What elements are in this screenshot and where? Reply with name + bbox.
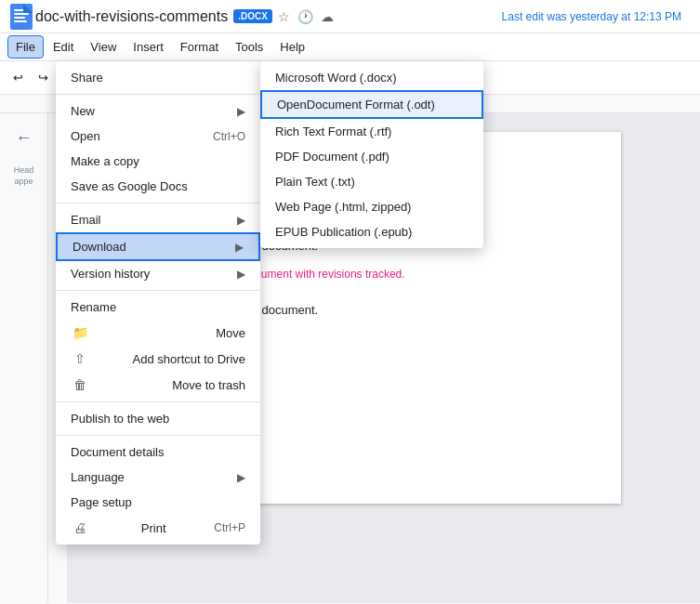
- dd-open[interactable]: Open Ctrl+O: [56, 124, 260, 149]
- dd-sep-1: [56, 94, 260, 95]
- version-history-arrow-icon: ▶: [237, 268, 245, 281]
- print-shortcut: Ctrl+P: [214, 521, 245, 534]
- download-submenu: Microsoft Word (.docx) OpenDocument Form…: [260, 61, 483, 248]
- last-edit-text: Last edit was yesterday at 12:13 PM: [502, 10, 693, 23]
- cloud-icon[interactable]: ☁: [321, 9, 334, 24]
- menu-insert[interactable]: Insert: [125, 36, 171, 58]
- dd-document-details[interactable]: Document details: [56, 440, 260, 465]
- revision-area: .docx document with revisions tracked.: [214, 264, 554, 281]
- dd-language[interactable]: Language ▶: [56, 465, 260, 490]
- shortcut-icon: ⇧: [71, 351, 89, 366]
- dd-move[interactable]: 📁 Move: [56, 320, 260, 346]
- doc-title: doc-with-revisions-comments: [35, 8, 228, 25]
- undo-button[interactable]: ↩: [7, 67, 29, 88]
- dd-save-google-docs[interactable]: Save as Google Docs: [56, 174, 260, 199]
- new-arrow-icon: ▶: [237, 105, 245, 118]
- email-arrow-icon: ▶: [237, 214, 245, 227]
- dd-page-setup[interactable]: Page setup: [56, 490, 260, 515]
- doc-title-area: doc-with-revisions-comments .DOCX ☆ 🕐 ☁: [35, 8, 502, 25]
- dd-rename[interactable]: Rename: [56, 295, 260, 320]
- dd-dl-docx[interactable]: Microsoft Word (.docx): [260, 65, 483, 90]
- dd-move-trash[interactable]: 🗑 Move to trash: [56, 372, 260, 398]
- svg-rect-3: [14, 17, 25, 19]
- dd-add-shortcut[interactable]: ⇧ Add shortcut to Drive: [56, 346, 260, 372]
- dd-publish[interactable]: Publish to the web: [56, 406, 260, 431]
- dd-email[interactable]: Email ▶: [56, 207, 260, 232]
- download-arrow-icon: ▶: [235, 241, 244, 254]
- menu-edit[interactable]: Edit: [46, 36, 81, 58]
- print-icon: 🖨: [71, 520, 89, 535]
- dd-dl-epub[interactable]: EPUB Publication (.epub): [260, 219, 483, 244]
- dd-sep-3: [56, 290, 260, 291]
- dd-sep-2: [56, 203, 260, 204]
- dd-dl-rtf[interactable]: Rich Text Format (.rtf): [260, 119, 483, 144]
- dd-make-copy[interactable]: Make a copy: [56, 149, 260, 174]
- dd-dl-odt[interactable]: OpenDocument Format (.odt): [260, 90, 483, 119]
- dd-print[interactable]: 🖨 Print Ctrl+P: [56, 515, 260, 541]
- redo-button[interactable]: ↪: [33, 67, 54, 88]
- left-sidebar: ← Head appe: [0, 113, 48, 603]
- dd-dl-txt[interactable]: Plain Text (.txt): [260, 169, 483, 194]
- top-bar: doc-with-revisions-comments .DOCX ☆ 🕐 ☁ …: [0, 0, 700, 33]
- dd-share[interactable]: Share: [56, 65, 260, 90]
- dd-sep-5: [56, 435, 260, 436]
- svg-rect-2: [14, 13, 29, 15]
- title-icons: ☆ 🕐 ☁: [278, 9, 334, 24]
- star-icon[interactable]: ☆: [278, 9, 290, 24]
- dd-dl-pdf[interactable]: PDF Document (.pdf): [260, 144, 483, 169]
- dd-new[interactable]: New ▶: [56, 98, 260, 124]
- doc-icon: [7, 0, 35, 33]
- menu-view[interactable]: View: [83, 36, 124, 58]
- docx-badge: .DOCX: [233, 9, 272, 23]
- file-menu-dropdown: Share New ▶ Open Ctrl+O Make a copy Save…: [56, 61, 260, 545]
- menu-file[interactable]: File: [7, 35, 44, 59]
- history-icon[interactable]: 🕐: [297, 9, 313, 24]
- dd-version-history[interactable]: Version history ▶: [56, 261, 260, 286]
- sidebar-label: Head appe: [14, 165, 34, 187]
- menu-help[interactable]: Help: [272, 36, 312, 58]
- trash-icon: 🗑: [71, 377, 89, 392]
- menu-tools[interactable]: Tools: [228, 36, 271, 58]
- menu-format[interactable]: Format: [173, 36, 226, 58]
- dd-dl-html[interactable]: Web Page (.html, zipped): [260, 194, 483, 219]
- dd-download[interactable]: Download ▶: [56, 232, 260, 261]
- open-shortcut: Ctrl+O: [213, 130, 245, 143]
- doc-line-4: This is a document.: [214, 303, 554, 317]
- language-arrow-icon: ▶: [237, 471, 245, 484]
- dd-sep-4: [56, 401, 260, 402]
- menu-bar: File Edit View Insert Format Tools Help: [0, 33, 700, 61]
- back-button[interactable]: ←: [7, 121, 41, 154]
- move-icon: 📁: [71, 325, 89, 340]
- svg-rect-4: [14, 20, 27, 22]
